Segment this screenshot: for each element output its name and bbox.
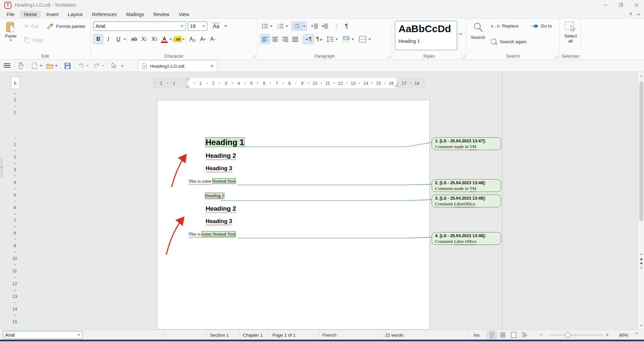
zoom-in-button[interactable]: + bbox=[606, 330, 609, 340]
numbered-list-button[interactable]: 123 bbox=[275, 21, 285, 31]
zoom-slider-knob[interactable] bbox=[565, 332, 571, 338]
bullet-list-button[interactable] bbox=[260, 21, 270, 31]
formatting-marks-button[interactable]: ¶ bbox=[342, 21, 351, 31]
outline-list-button[interactable]: 1 bbox=[291, 21, 302, 31]
style-gallery-dropdown-icon[interactable] bbox=[459, 33, 463, 36]
bold-button[interactable]: B bbox=[93, 34, 103, 44]
undo-dropdown-icon[interactable] bbox=[86, 65, 89, 67]
line-spacing-button[interactable] bbox=[325, 34, 335, 44]
status-font-dropdown-icon[interactable] bbox=[77, 334, 80, 336]
goto-button[interactable]: Go to bbox=[531, 23, 552, 28]
zoom-slider[interactable] bbox=[549, 330, 603, 340]
style-gallery[interactable]: AaBbCcDd Heading 1 bbox=[395, 21, 457, 50]
highlight-button[interactable]: ab bbox=[172, 34, 182, 44]
search-again-button[interactable]: Search again bbox=[491, 38, 527, 45]
new-document-button[interactable] bbox=[30, 61, 40, 70]
view-continuous-button[interactable] bbox=[498, 331, 507, 339]
font-color-dropdown-icon[interactable] bbox=[169, 39, 172, 40]
save-button[interactable] bbox=[62, 61, 72, 70]
menu-item[interactable]: References bbox=[88, 11, 121, 18]
copy-button[interactable]: Copy bbox=[24, 37, 43, 43]
status-language[interactable]: French bbox=[322, 330, 336, 340]
borders-button[interactable] bbox=[357, 34, 368, 44]
restore-button[interactable] bbox=[613, 0, 629, 10]
help-icon[interactable]: ? bbox=[629, 12, 632, 17]
zoom-level-value[interactable]: 80% bbox=[619, 330, 628, 340]
font-name-dropdown-icon[interactable] bbox=[181, 25, 183, 27]
collapse-ribbon-icon[interactable] bbox=[637, 13, 641, 16]
paste-dropdown-icon[interactable] bbox=[9, 40, 12, 41]
character-group-expander-icon[interactable] bbox=[252, 55, 256, 58]
change-case-dropdown-icon[interactable] bbox=[224, 25, 227, 27]
menu-item[interactable]: Insert bbox=[42, 11, 62, 18]
new-document-dropdown-icon[interactable] bbox=[40, 65, 42, 67]
menu-item[interactable]: Layout bbox=[64, 11, 87, 18]
status-page[interactable]: Page 1 of 1 bbox=[272, 330, 296, 340]
status-chapter[interactable]: Chapter 1 bbox=[243, 330, 263, 340]
increase-indent-button[interactable] bbox=[310, 21, 320, 31]
bullet-list-dropdown-icon[interactable] bbox=[270, 25, 273, 27]
vertical-scrollbar[interactable]: ▲ ▲ ▼ ▼ bbox=[638, 72, 644, 330]
highlight-dropdown-icon[interactable] bbox=[182, 39, 185, 40]
toolbar-more-button[interactable]: » bbox=[119, 61, 126, 70]
shading-button[interactable] bbox=[341, 34, 352, 44]
open-button[interactable] bbox=[45, 61, 55, 70]
minimize-button[interactable] bbox=[598, 0, 613, 10]
comment-box[interactable]: 2. [LS - 25.04.2023 13:48]: Comment made… bbox=[432, 179, 501, 192]
status-section[interactable]: Section 1 bbox=[210, 330, 229, 340]
scroll-down-icon[interactable]: ▼ bbox=[640, 324, 643, 327]
redo-button[interactable] bbox=[92, 61, 102, 70]
browse-next-icon[interactable]: ▼ bbox=[640, 266, 643, 270]
comment-box[interactable]: 1. [LS - 25.04.2023 13:47]: Comment made… bbox=[432, 137, 501, 150]
superscript-button[interactable]: X2 bbox=[149, 34, 159, 44]
paste-button[interactable]: Paste bbox=[3, 21, 19, 41]
numbered-list-dropdown-icon[interactable] bbox=[285, 25, 288, 27]
shrink-font-button[interactable]: A− bbox=[208, 34, 218, 44]
menu-item[interactable]: Mailings bbox=[122, 11, 148, 18]
align-left-button[interactable] bbox=[260, 34, 270, 44]
menu-item[interactable]: Home bbox=[20, 11, 41, 18]
statusbar-more-icon[interactable]: » bbox=[635, 328, 638, 338]
strikethrough-button[interactable]: ab bbox=[129, 34, 139, 44]
change-case-button[interactable]: Aa bbox=[210, 21, 222, 31]
browse-object-green-icon[interactable] bbox=[640, 262, 642, 264]
line-spacing-dropdown-icon[interactable] bbox=[335, 39, 338, 40]
sidebar-grip[interactable]: ◂ bbox=[0, 157, 3, 178]
status-word-count[interactable]: 22 words bbox=[385, 330, 404, 340]
italic-button[interactable]: I bbox=[103, 34, 113, 44]
underline-button[interactable]: U bbox=[113, 34, 123, 44]
search-group-expander-icon[interactable] bbox=[555, 55, 558, 58]
zoom-out-button[interactable]: − bbox=[539, 330, 542, 340]
styles-group-expander-icon[interactable] bbox=[462, 55, 465, 58]
sort-button[interactable]: A Z bbox=[332, 21, 342, 31]
view-fullpage-button[interactable] bbox=[508, 331, 518, 339]
font-color-button[interactable]: A bbox=[159, 34, 169, 44]
clear-formatting-button[interactable]: A bbox=[188, 34, 198, 44]
align-center-button[interactable] bbox=[270, 34, 280, 44]
comment-box[interactable]: 3. [LS - 25.04.2023 13:48]: Comment Libr… bbox=[432, 195, 501, 207]
format-painter-button[interactable]: Format painter bbox=[46, 23, 86, 29]
document-tab-close-icon[interactable]: ✕ bbox=[210, 64, 214, 69]
touch-mode-button[interactable] bbox=[16, 61, 26, 70]
rtl-paragraph-button[interactable]: ¶ bbox=[314, 34, 325, 44]
paragraph-group-expander-icon[interactable] bbox=[387, 55, 390, 58]
decrease-indent-button[interactable] bbox=[320, 21, 330, 31]
menu-item[interactable]: File bbox=[3, 11, 18, 18]
close-button[interactable] bbox=[629, 0, 644, 10]
align-right-button[interactable] bbox=[280, 34, 290, 44]
browse-object-red-icon[interactable] bbox=[640, 258, 642, 260]
menu-item[interactable]: View bbox=[175, 11, 193, 18]
shading-dropdown-icon[interactable] bbox=[352, 39, 354, 40]
replace-button[interactable]: a→b Replace bbox=[491, 23, 519, 28]
view-outline-button[interactable] bbox=[519, 331, 529, 339]
browse-previous-icon[interactable]: ▲ bbox=[640, 252, 643, 256]
document-tab[interactable]: Heading1-LO.odt ✕ bbox=[138, 60, 217, 72]
font-size-dropdown-icon[interactable] bbox=[202, 25, 205, 27]
justify-button[interactable] bbox=[290, 34, 300, 44]
select-all-button[interactable]: Select all bbox=[562, 21, 579, 44]
menu-item[interactable]: Review bbox=[149, 11, 173, 18]
subscript-button[interactable]: X2 bbox=[139, 34, 149, 44]
sidebar-menu-button[interactable] bbox=[2, 61, 12, 70]
undo-button[interactable] bbox=[76, 61, 86, 70]
ltr-paragraph-button[interactable]: ¶ bbox=[303, 34, 314, 44]
